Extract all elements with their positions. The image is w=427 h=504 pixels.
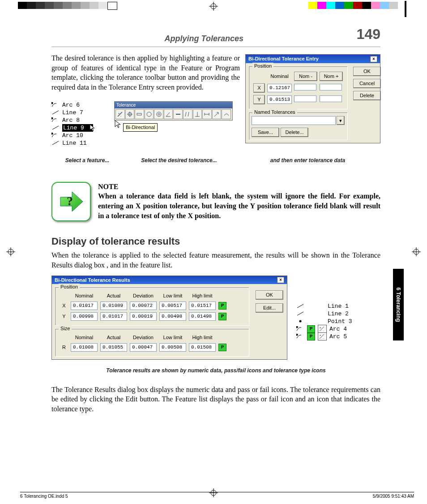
y-nominal: 0.00998: [71, 312, 98, 321]
col-high: High limit: [188, 292, 216, 300]
svg-text:-: -: [323, 337, 325, 340]
bidir-tolerance-icon[interactable]: +-: [115, 109, 125, 119]
line-icon: [51, 140, 60, 146]
roundness-icon[interactable]: [145, 109, 154, 119]
arc-icon: [296, 326, 304, 332]
feature-row[interactable]: Line 9: [51, 124, 105, 132]
col-actual: Actual: [100, 292, 128, 300]
page-number: 149: [357, 25, 380, 44]
svg-line-17: [52, 141, 59, 145]
close-icon[interactable]: ×: [277, 277, 284, 283]
tolerance-toolbar: Tolerance +-: [114, 101, 233, 121]
feature-row[interactable]: Line 11: [51, 139, 105, 147]
ok-button[interactable]: OK: [353, 67, 381, 76]
y-low: 0.00498: [159, 312, 186, 321]
note-heading: NOTE: [98, 182, 380, 192]
named-tolerance-field[interactable]: [252, 116, 336, 125]
feature-label: Arc 4: [329, 325, 347, 333]
line-icon: [296, 311, 304, 316]
x-nom-plus-field[interactable]: [320, 84, 342, 90]
dialog-title: Bi-Directional Tolerance Results: [55, 277, 130, 284]
y-nom-plus-field[interactable]: [320, 95, 342, 102]
feature-row[interactable]: Arc 8: [51, 116, 105, 124]
result-feature-row[interactable]: Line 1: [296, 302, 352, 310]
color-swatches: [308, 2, 398, 9]
true-position-icon[interactable]: [125, 109, 135, 119]
results-position-group: Position Nominal Actual Deviation Low li…: [55, 287, 249, 326]
pass-icon: P: [307, 325, 315, 333]
feature-label: Line 1: [328, 302, 349, 310]
cursor-icon: [114, 120, 123, 129]
pass-icon: P: [218, 344, 226, 351]
nom-minus-button[interactable]: Nom -: [294, 72, 317, 81]
parallelism-icon[interactable]: [183, 109, 192, 119]
svg-point-27: [158, 113, 160, 115]
save-button[interactable]: Save...: [252, 128, 279, 137]
nom-plus-button[interactable]: Nom +: [320, 72, 343, 81]
x-nominal: 0.01017: [71, 302, 98, 310]
caption-select-tolerance: Select the desired tolerance...: [123, 157, 235, 164]
feature-row[interactable]: Line 7: [51, 109, 105, 116]
x-high: 0.01517: [189, 302, 216, 310]
svg-line-32: [188, 112, 189, 116]
dialog-titlebar: Bi-Directional Tolerance Results ×: [52, 276, 287, 284]
feature-label: Arc 6: [62, 101, 80, 109]
y-nominal-field[interactable]: 0.01513: [267, 95, 292, 104]
col-actual: Actual: [100, 334, 128, 341]
y-deviation: 0.00019: [130, 312, 157, 321]
svg-line-13: [52, 111, 59, 114]
group-legend: Named Tolerances: [252, 109, 297, 116]
feature-label: Arc 10: [62, 132, 83, 139]
straightness-icon[interactable]: [135, 109, 144, 119]
r-high: 0.01508: [189, 343, 216, 352]
registration-mark-icon: [412, 247, 421, 256]
angularity-icon[interactable]: [164, 109, 173, 119]
y-actual: 0.01017: [100, 312, 127, 321]
col-nominal: Nominal: [267, 71, 292, 82]
result-feature-row[interactable]: P+-Arc 4: [296, 325, 352, 333]
dropdown-icon[interactable]: ▾: [337, 116, 345, 125]
results-ok-button[interactable]: OK: [256, 290, 283, 300]
svg-point-26: [157, 112, 161, 116]
row-x-label: X: [60, 301, 68, 310]
result-feature-row[interactable]: P+-Arc 5: [296, 333, 352, 340]
svg-point-25: [147, 112, 151, 116]
page-title: Applying Tolerances: [165, 33, 243, 44]
x-actual: 0.01089: [100, 302, 127, 310]
cancel-button[interactable]: Cancel: [353, 79, 381, 88]
col-low: Low limit: [159, 334, 187, 341]
width-icon[interactable]: [202, 109, 212, 119]
flatness-icon[interactable]: [173, 109, 183, 119]
result-feature-row[interactable]: Point 3: [296, 318, 352, 325]
feature-label: Line 2: [328, 310, 349, 318]
runout-icon[interactable]: [212, 109, 222, 119]
x-nominal-field[interactable]: 0.12167: [267, 84, 292, 92]
cursor-icon: [89, 124, 96, 131]
svg-line-29: [166, 112, 170, 116]
y-nom-minus-field[interactable]: [294, 95, 316, 102]
arc-icon: [51, 117, 60, 123]
registration-mark-icon: [6, 247, 15, 256]
x-nom-minus-field[interactable]: [294, 84, 316, 90]
caption-results: Tolerance results are shown by numeric d…: [51, 367, 380, 374]
note-icon: ?: [51, 182, 91, 221]
y-high: 0.01498: [189, 312, 216, 321]
close-icon[interactable]: ×: [370, 56, 377, 62]
feature-row[interactable]: Arc 6: [51, 101, 105, 109]
perpendicularity-icon[interactable]: [193, 109, 202, 119]
section-heading: Display of tolerance results: [51, 235, 380, 248]
feature-row[interactable]: Arc 10: [51, 132, 105, 139]
delete-button[interactable]: Delete: [353, 91, 381, 100]
x-axis-button[interactable]: X: [253, 83, 265, 93]
y-axis-button[interactable]: Y: [253, 95, 265, 104]
col-deviation: Deviation: [129, 334, 157, 341]
delete-named-button[interactable]: Delete...: [281, 128, 308, 137]
concentricity-icon[interactable]: [154, 109, 163, 119]
results-edit-button[interactable]: Edit...: [256, 303, 283, 313]
feature-label: Line 11: [62, 139, 87, 147]
svg-rect-24: [137, 113, 141, 115]
result-feature-list: Line 1Line 2Point 3P+-Arc 4P+-Arc 5: [296, 302, 352, 340]
profile-icon[interactable]: [222, 109, 231, 119]
result-feature-row[interactable]: Line 2: [296, 310, 352, 318]
svg-point-46: [296, 334, 298, 336]
